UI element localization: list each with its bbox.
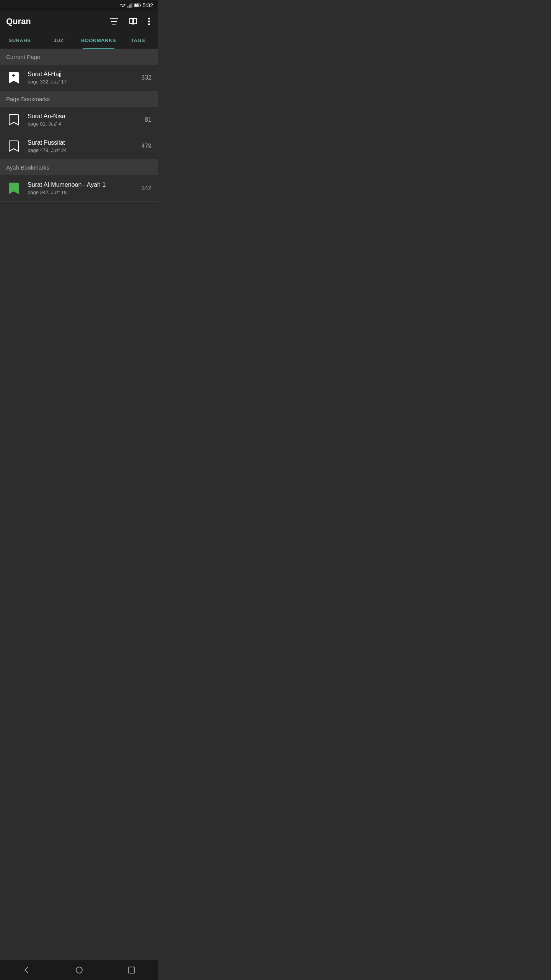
app-title: Quran	[6, 16, 31, 26]
bookmark-icon-current	[6, 70, 21, 85]
filter-button[interactable]	[108, 16, 120, 26]
svg-point-11	[148, 18, 150, 20]
bookmark-subtitle-an-nisa: page 81, Juz' 4	[28, 121, 136, 127]
ayah-bookmarks-header: Ayah Bookmarks	[0, 160, 158, 175]
tabs-bar: SURAHS JUZ' BOOKMARKS TAGS	[0, 32, 158, 49]
bookmark-icon-al-mumenoon	[6, 181, 21, 196]
list-item[interactable]: Surat An-Nisa page 81, Juz' 4 81	[0, 107, 158, 133]
tab-juz[interactable]: JUZ'	[39, 32, 79, 49]
bookmark-page-fussilat: 479	[136, 143, 152, 150]
current-page-header: Current Page	[0, 49, 158, 65]
recents-button[interactable]	[119, 964, 144, 977]
wifi-icon	[120, 3, 126, 8]
list-item[interactable]: Surat Fussilat page 479, Juz' 24 479	[0, 133, 158, 160]
tab-bookmarks[interactable]: BOOKMARKS	[79, 32, 118, 49]
battery-icon	[134, 3, 141, 8]
bookmark-text-an-nisa: Surat An-Nisa page 81, Juz' 4	[28, 113, 136, 127]
bookmark-subtitle-al-mumenoon: page 342, Juz' 18	[28, 189, 136, 195]
status-icons: 5:32	[120, 2, 153, 8]
recents-icon	[128, 967, 135, 973]
bookmark-title-al-mumenoon: Surat Al-Mumenoon - Ayah 1	[28, 181, 136, 188]
filter-icon	[110, 18, 118, 25]
tab-tags[interactable]: TAGS	[118, 32, 158, 49]
bookmark-subtitle-current: page 332, Juz' 17	[28, 79, 136, 85]
home-icon	[75, 966, 83, 974]
bookmark-subtitle-fussilat: page 479, Juz' 24	[28, 147, 136, 153]
bookmark-icon-an-nisa	[6, 112, 21, 127]
svg-point-12	[148, 21, 150, 23]
book-icon	[129, 18, 137, 25]
bookmark-title-current: Surat Al-Hajj	[28, 71, 136, 78]
bookmark-text-al-mumenoon: Surat Al-Mumenoon - Ayah 1 page 342, Juz…	[28, 181, 136, 195]
bookmark-icon-fussilat	[6, 139, 21, 154]
book-button[interactable]	[127, 16, 139, 27]
more-vertical-icon	[148, 18, 150, 25]
svg-rect-2	[130, 4, 131, 8]
signal-icon	[127, 3, 133, 8]
svg-point-13	[148, 23, 150, 25]
bookmark-text-current: Surat Al-Hajj page 332, Juz' 17	[28, 71, 136, 85]
content-area: Current Page Surat Al-Hajj page 332, Juz…	[0, 49, 158, 222]
bottom-nav	[0, 960, 158, 980]
bookmark-page-current: 332	[136, 74, 152, 81]
list-item[interactable]: Surat Al-Hajj page 332, Juz' 17 332	[0, 65, 158, 91]
svg-rect-1	[129, 5, 130, 8]
bookmark-page-al-mumenoon: 342	[136, 185, 152, 192]
page-bookmarks-header: Page Bookmarks	[0, 91, 158, 107]
svg-point-16	[76, 967, 82, 973]
svg-rect-0	[127, 6, 129, 8]
bookmark-text-fussilat: Surat Fussilat page 479, Juz' 24	[28, 139, 136, 153]
back-icon	[23, 966, 30, 974]
svg-rect-3	[131, 3, 132, 8]
app-bar-actions	[108, 16, 152, 27]
tab-surahs[interactable]: SURAHS	[0, 32, 39, 49]
home-button[interactable]	[66, 963, 92, 977]
list-item[interactable]: Surat Al-Mumenoon - Ayah 1 page 342, Juz…	[0, 175, 158, 202]
bookmark-page-an-nisa: 81	[136, 116, 152, 123]
bookmark-title-fussilat: Surat Fussilat	[28, 139, 136, 146]
status-time: 5:32	[143, 2, 153, 8]
more-button[interactable]	[147, 16, 152, 27]
app-bar: Quran	[0, 11, 158, 32]
svg-rect-17	[129, 967, 135, 973]
bookmark-title-an-nisa: Surat An-Nisa	[28, 113, 136, 120]
svg-rect-15	[13, 74, 14, 77]
status-bar: 5:32	[0, 0, 158, 11]
svg-rect-5	[140, 5, 141, 6]
back-button[interactable]	[13, 963, 39, 977]
